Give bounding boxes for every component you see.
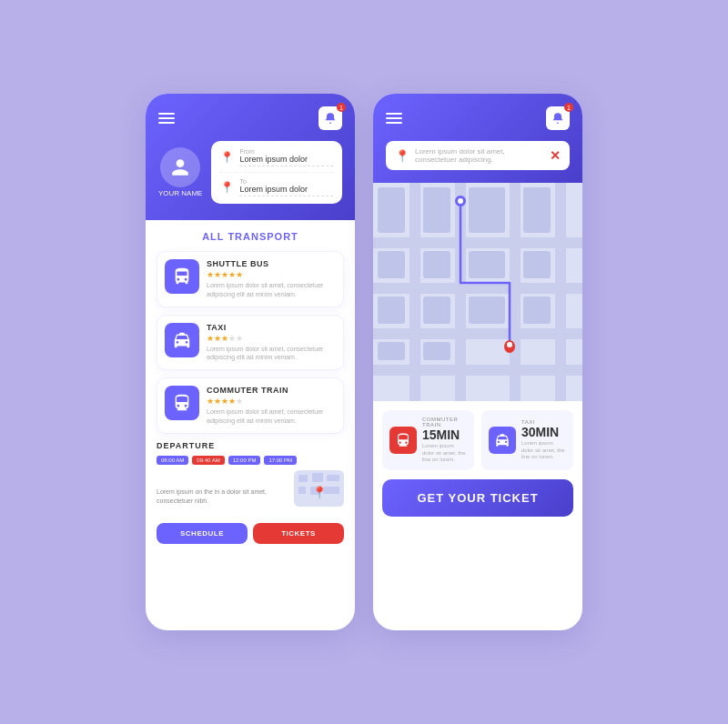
get-ticket-button[interactable]: GET YOUR TICKET xyxy=(382,479,573,517)
to-value: Lorem ipsum dolor xyxy=(239,185,333,196)
svg-rect-3 xyxy=(327,475,339,481)
bus-stars: ★★★★★ xyxy=(207,270,336,279)
svg-rect-18 xyxy=(469,187,505,233)
departure-section: DEPARTURE 08:00 AM 09:40 AM 12:00 PM 17:… xyxy=(146,441,355,516)
taxi-info: TAXI ★★★★★ Lorem ipsum dolor sit amet, c… xyxy=(207,323,336,363)
search-clear-button[interactable]: ✕ xyxy=(550,148,561,163)
user-name: YOUR NAME xyxy=(158,189,202,197)
mini-map-pin-icon: 📍 xyxy=(312,486,327,499)
svg-rect-8 xyxy=(373,237,582,248)
phone1-header: 1 YOUR NAME 📍 From Lorem ipsum dolor xyxy=(146,94,355,220)
commuter-train-option-icon xyxy=(389,427,417,454)
to-pin-icon: 📍 xyxy=(220,181,234,194)
time-slot-4[interactable]: 17:00 PM xyxy=(264,456,297,465)
route-box: 📍 From Lorem ipsum dolor 📍 To Lorem ipsu… xyxy=(211,141,342,204)
taxi-name: TAXI xyxy=(207,323,336,332)
commuter-train-option[interactable]: COMMUTER TRAIN 15MIN Lorem ipsum dolor s… xyxy=(382,410,474,470)
action-buttons: SCHEDULE TICKETS xyxy=(146,516,355,555)
phone-2: 1 📍 Lorem ipsum dolor sit amet, consecte… xyxy=(373,94,582,630)
time-slots: 08:00 AM 09:40 AM 12:00 PM 17:00 PM xyxy=(157,456,344,465)
taxi-option-icon xyxy=(489,427,516,454)
svg-rect-16 xyxy=(378,187,405,233)
taxi-option[interactable]: TAXI 30MIN Lorem ipsum dolor sit amet, t… xyxy=(481,410,573,470)
svg-rect-1 xyxy=(298,475,308,482)
taxi-option-time: 30MIN xyxy=(521,425,566,440)
svg-rect-14 xyxy=(510,183,521,401)
svg-rect-28 xyxy=(378,342,405,360)
commuter-train-option-name: COMMUTER TRAIN xyxy=(422,417,467,427)
departure-text: Lorem ipsum on the in a dolor sit amet, … xyxy=(157,488,287,507)
svg-rect-26 xyxy=(469,297,505,324)
svg-rect-29 xyxy=(423,342,450,360)
phone-1: 1 YOUR NAME 📍 From Lorem ipsum dolor xyxy=(146,94,355,630)
svg-rect-24 xyxy=(378,297,405,324)
notification-icon[interactable]: 1 xyxy=(318,106,342,130)
svg-rect-12 xyxy=(410,183,420,401)
search-pin-icon: 📍 xyxy=(395,149,410,163)
svg-rect-25 xyxy=(423,297,450,324)
bus-icon-box xyxy=(165,259,199,294)
transport-options: COMMUTER TRAIN 15MIN Lorem ipsum dolor s… xyxy=(382,410,573,470)
svg-rect-27 xyxy=(523,297,551,324)
svg-rect-20 xyxy=(378,251,405,278)
bus-info: SHUTTLE BUS ★★★★★ Lorem ipsum dolor sit … xyxy=(207,259,336,299)
schedule-button[interactable]: SCHEDULE xyxy=(157,523,248,544)
commuter-train-option-desc: Lorem ipsum dolor sit amet, the line on … xyxy=(422,443,467,464)
time-slot-1[interactable]: 08:00 AM xyxy=(157,456,188,465)
commuter-train-option-time: 15MIN xyxy=(422,427,467,443)
notification-badge: 1 xyxy=(337,103,346,112)
transport-card-bus[interactable]: SHUTTLE BUS ★★★★★ Lorem ipsum dolor sit … xyxy=(157,251,344,307)
svg-rect-17 xyxy=(423,187,450,233)
search-bar[interactable]: 📍 Lorem ipsum dolor sit amet, consectetu… xyxy=(386,141,570,170)
all-transport-title: ALL TRANSPORT xyxy=(157,231,344,242)
train-info: COMMUTER TRAIN ★★★★★ Lorem ipsum dolor s… xyxy=(207,386,336,426)
svg-rect-21 xyxy=(423,251,450,278)
map-area xyxy=(373,183,582,401)
svg-rect-23 xyxy=(523,251,551,278)
time-slot-2[interactable]: 09:40 AM xyxy=(192,456,224,465)
phone2-bottom: COMMUTER TRAIN 15MIN Lorem ipsum dolor s… xyxy=(373,401,582,526)
search-text: Lorem ipsum dolor sit amet, consectetuer… xyxy=(415,147,544,164)
from-value: Lorem ipsum dolor xyxy=(239,155,333,166)
mini-map: 📍 xyxy=(294,470,344,507)
taxi-option-info: TAXI 30MIN Lorem ipsum dolor sit amet, t… xyxy=(521,419,566,461)
taxi-option-desc: Lorem ipsum dolor sit amet, the line on … xyxy=(521,440,566,461)
tickets-button[interactable]: TICKETS xyxy=(253,523,344,544)
commuter-train-option-info: COMMUTER TRAIN 15MIN Lorem ipsum dolor s… xyxy=(422,417,467,464)
time-slot-3[interactable]: 12:00 PM xyxy=(228,456,261,465)
train-name: COMMUTER TRAIN xyxy=(207,386,336,395)
svg-rect-4 xyxy=(298,487,306,494)
train-desc: Lorem ipsum dolor sit amet, consectetuer… xyxy=(207,407,336,426)
svg-rect-19 xyxy=(523,187,551,233)
train-stars: ★★★★★ xyxy=(207,397,336,406)
to-label: To xyxy=(239,178,333,185)
phone2-notification-badge: 1 xyxy=(564,103,573,112)
svg-rect-10 xyxy=(373,328,582,339)
phone2-header: 1 📍 Lorem ipsum dolor sit amet, consecte… xyxy=(373,94,582,183)
taxi-stars: ★★★★★ xyxy=(207,334,336,343)
svg-rect-9 xyxy=(373,283,582,294)
transport-card-train[interactable]: COMMUTER TRAIN ★★★★★ Lorem ipsum dolor s… xyxy=(157,377,344,434)
svg-rect-15 xyxy=(555,183,566,401)
from-label: From xyxy=(239,148,333,155)
avatar xyxy=(160,147,200,187)
phone2-notification-icon[interactable]: 1 xyxy=(546,106,570,130)
phone1-body: ALL TRANSPORT SHUTTLE BUS ★★★★★ Lorem ip… xyxy=(146,220,355,434)
train-icon-box xyxy=(165,386,199,420)
svg-rect-22 xyxy=(469,251,505,278)
hamburger-icon[interactable] xyxy=(158,113,175,124)
bus-name: SHUTTLE BUS xyxy=(207,259,336,268)
svg-point-33 xyxy=(507,342,512,347)
svg-rect-2 xyxy=(312,473,323,482)
taxi-desc: Lorem ipsum dolor sit amet, consectetuer… xyxy=(207,345,336,363)
svg-point-31 xyxy=(458,198,463,204)
transport-card-taxi[interactable]: TAXI ★★★★★ Lorem ipsum dolor sit amet, c… xyxy=(157,315,344,371)
taxi-icon-box xyxy=(165,323,199,357)
from-pin-icon: 📍 xyxy=(220,151,234,164)
phone2-hamburger-icon[interactable] xyxy=(386,113,402,124)
departure-title: DEPARTURE xyxy=(157,441,344,450)
bus-desc: Lorem ipsum dolor sit amet, consectetuer… xyxy=(207,281,336,299)
svg-rect-11 xyxy=(373,365,582,376)
